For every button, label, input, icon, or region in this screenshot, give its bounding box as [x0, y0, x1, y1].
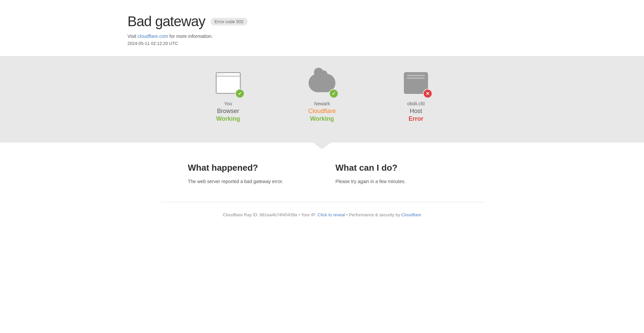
host-status-badge: ✕ — [423, 89, 432, 98]
footer: Cloudflare Ray ID: 881ea4b74f45439a • Yo… — [0, 206, 644, 224]
content-section: What happened? The web server reported a… — [161, 143, 483, 199]
visit-text: Visit cloudflare.com for more informatio… — [127, 34, 644, 39]
you-node-status: Working — [216, 115, 240, 122]
click-to-reveal-link[interactable]: Click to reveal — [318, 212, 345, 217]
host-icon-container: ✕ — [401, 69, 431, 96]
ray-id-value: 881ea4b74f45439a — [260, 212, 297, 217]
what-happened-body: The web server reported a bad gateway er… — [188, 178, 309, 185]
checkmark-icon-2: ✓ — [332, 91, 336, 96]
page-title: Bad gateway — [127, 13, 205, 30]
ip-prefix: • Your IP: — [297, 212, 318, 217]
node-you: ✓ You Browser Working — [181, 69, 275, 122]
you-node-name: You — [224, 101, 232, 106]
newark-status-badge: ✓ — [329, 89, 338, 98]
what-happened-column: What happened? The web server reported a… — [188, 163, 309, 185]
you-status-badge: ✓ — [235, 89, 245, 98]
cloudflare-footer-link[interactable]: Cloudflare — [401, 212, 421, 217]
visit-prefix: Visit — [127, 34, 136, 39]
checkmark-icon: ✓ — [238, 91, 242, 96]
host-node-status: Error — [409, 115, 423, 122]
error-badge: Error code 502 — [211, 18, 248, 25]
host-node-name: obdii.cfd — [407, 101, 425, 106]
what-can-i-do-heading: What can I do? — [335, 163, 456, 173]
cloudflare-link[interactable]: cloudflare.com — [138, 34, 168, 39]
newark-node-service: Cloudflare — [308, 108, 336, 115]
node-host: ✕ obdii.cfd Host Error — [369, 69, 463, 122]
node-newark: ✓ Newark Cloudflare Working — [275, 69, 369, 122]
newark-node-status: Working — [310, 115, 334, 122]
what-can-i-do-body: Please try again in a few minutes. — [335, 178, 456, 185]
newark-node-name: Newark — [314, 101, 330, 106]
header-section: Bad gateway Error code 502 Visit cloudfl… — [0, 0, 644, 56]
server-stripe-2 — [407, 77, 425, 79]
xmark-icon: ✕ — [426, 91, 430, 96]
status-section: ✓ You Browser Working ✓ Newark Cloudflar… — [0, 56, 644, 143]
you-icon-container: ✓ — [213, 69, 243, 96]
host-node-service: Host — [410, 108, 422, 115]
newark-icon-container: ✓ — [307, 69, 337, 96]
ray-id-prefix: Cloudflare Ray ID: — [223, 212, 260, 217]
you-node-service: Browser — [217, 108, 239, 115]
server-stripe-1 — [407, 75, 425, 76]
timestamp: 2024-05-11 02:12:20 UTC — [127, 41, 644, 46]
what-can-i-do-column: What can I do? Please try again in a few… — [335, 163, 456, 185]
divider — [161, 202, 483, 202]
title-row: Bad gateway Error code 502 — [127, 13, 644, 30]
visit-suffix: for more information. — [169, 34, 213, 39]
what-happened-heading: What happened? — [188, 163, 309, 173]
performance-text: • Performance & security by — [345, 212, 401, 217]
